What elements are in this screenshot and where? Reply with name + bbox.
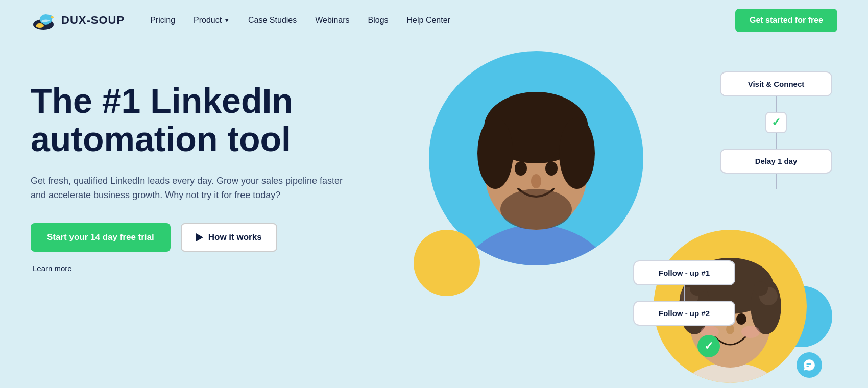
how-it-works-button[interactable]: How it works <box>181 223 277 252</box>
workflow-card-visit-connect: Visit & Connect <box>720 71 832 96</box>
nav-links: Pricing Product ▼ Case Studies Webinars … <box>150 16 450 25</box>
hero-illustration: Visit & Connect ✓ Delay 1 day Follow - u… <box>388 61 837 388</box>
check-badge-icon: ✓ <box>704 340 713 353</box>
nav-item-blogs[interactable]: Blogs <box>368 16 389 25</box>
hero-left-content: The #1 LinkedIn automation tool Get fres… <box>31 61 388 273</box>
logo-area[interactable]: DUX-SOUP <box>31 10 125 31</box>
svg-point-24 <box>754 281 768 296</box>
nav-item-pricing[interactable]: Pricing <box>150 16 175 25</box>
workflow-card-followup2: Follow - up #2 <box>633 301 735 326</box>
svg-point-27 <box>726 324 734 334</box>
svg-point-29 <box>741 326 760 338</box>
svg-point-26 <box>736 313 746 325</box>
workflow-card-followup1: Follow - up #1 <box>633 260 735 285</box>
svg-point-4 <box>36 23 44 28</box>
hero-section: The #1 LinkedIn automation tool Get fres… <box>0 41 868 388</box>
svg-point-13 <box>500 189 572 230</box>
nav-item-help-center[interactable]: Help Center <box>407 16 450 25</box>
nav-link-product[interactable]: Product ▼ <box>194 16 230 25</box>
chat-icon <box>803 358 816 372</box>
learn-more-link[interactable]: Learn more <box>33 264 72 273</box>
check-icon: ✓ <box>771 116 781 129</box>
svg-point-3 <box>51 16 54 18</box>
navbar-left: DUX-SOUP Pricing Product ▼ Case Studies … <box>31 10 450 31</box>
hero-subtitle: Get fresh, qualified LinkedIn leads ever… <box>31 174 347 203</box>
chevron-down-icon: ▼ <box>224 17 230 24</box>
nav-item-case-studies[interactable]: Case Studies <box>248 16 297 25</box>
hero-title: The #1 LinkedIn automation tool <box>31 82 388 158</box>
workflow-connector-4 <box>684 285 685 301</box>
workflow-diagram: Visit & Connect ✓ Delay 1 day <box>720 71 832 189</box>
nav-link-blogs[interactable]: Blogs <box>368 16 389 25</box>
chat-bubble-button[interactable] <box>797 352 822 378</box>
nav-item-product[interactable]: Product ▼ <box>194 16 230 25</box>
green-check-badge: ✓ <box>697 335 720 357</box>
workflow-connector-1 <box>776 96 777 112</box>
workflow-checkbox: ✓ <box>765 112 787 133</box>
nav-link-case-studies[interactable]: Case Studies <box>248 16 297 25</box>
followup-cards-area: Follow - up #1 Follow - up #2 <box>633 260 735 326</box>
workflow-connector-2 <box>776 133 777 149</box>
nav-item-webinars[interactable]: Webinars <box>315 16 349 25</box>
workflow-connector-3 <box>776 174 777 189</box>
nav-link-pricing[interactable]: Pricing <box>150 16 175 25</box>
svg-point-9 <box>477 117 513 189</box>
get-started-button[interactable]: Get started for free <box>735 9 837 32</box>
svg-point-12 <box>545 161 558 176</box>
duxsoup-logo-icon <box>31 10 56 31</box>
free-trial-button[interactable]: Start your 14 day free trial <box>31 223 171 252</box>
hero-buttons: Start your 14 day free trial How it work… <box>31 223 388 252</box>
svg-point-10 <box>559 117 595 189</box>
workflow-card-delay: Delay 1 day <box>720 149 832 174</box>
svg-point-14 <box>531 174 541 188</box>
yellow-circle-left <box>414 230 480 296</box>
nav-link-help-center[interactable]: Help Center <box>407 16 450 25</box>
navbar: DUX-SOUP Pricing Product ▼ Case Studies … <box>0 0 868 41</box>
play-icon <box>196 233 203 241</box>
svg-point-11 <box>515 161 527 176</box>
brand-name: DUX-SOUP <box>61 14 125 27</box>
nav-link-webinars[interactable]: Webinars <box>315 16 349 25</box>
